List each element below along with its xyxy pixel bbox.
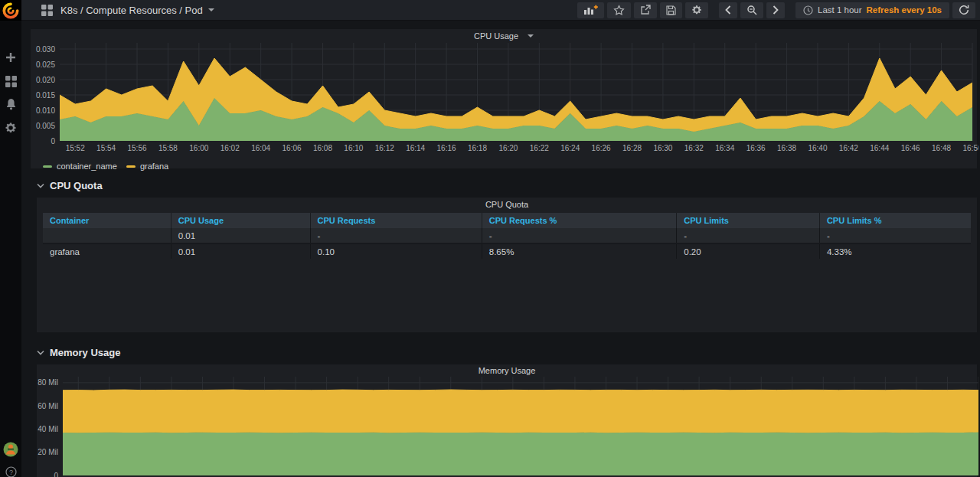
time-range-picker[interactable]: Last 1 hour Refresh every 10s	[795, 2, 949, 18]
gear-icon	[691, 5, 702, 15]
chevron-left-icon	[725, 5, 731, 15]
zoom-out-button[interactable]	[740, 2, 763, 18]
memory-usage-panel-title-text: Memory Usage	[479, 366, 536, 375]
table-cell: 4.33%	[819, 243, 971, 259]
dashboard-title[interactable]: K8s / Compute Resources / Pod	[60, 5, 203, 16]
legend-item-grafana[interactable]: grafana	[126, 162, 168, 171]
table-cell: 0.01	[171, 243, 310, 259]
grafana-logo[interactable]	[0, 0, 21, 21]
x-axis-tick-label: 16:24	[560, 144, 580, 152]
dashboards-grid-icon[interactable]	[0, 76, 21, 87]
y-axis-tick-label: 0.020	[36, 76, 55, 84]
x-axis-tick-label: 16:00	[189, 144, 208, 152]
chevron-down-icon	[37, 183, 44, 188]
x-axis-tick-label: 16:12	[375, 144, 394, 152]
x-axis-tick-label: 16:34	[715, 144, 734, 152]
x-axis-tick-label: 16:06	[283, 144, 302, 152]
memory-usage-panel: Memory Usage 020 Mil40 Mil60 Mil80 Mil	[37, 364, 977, 477]
column-header-cpu-requests[interactable]: CPU Requests	[310, 213, 482, 228]
cpu-usage-chart[interactable]: 00.0050.0100.0150.0200.0250.03015:5215:5…	[31, 43, 978, 158]
add-panel-icon	[583, 5, 598, 15]
time-forward-button[interactable]	[766, 2, 785, 18]
y-axis-tick-label: 0.015	[36, 91, 55, 100]
memory-usage-chart[interactable]: 020 Mil40 Mil60 Mil80 Mil	[37, 377, 978, 477]
y-axis-tick-label: 0	[51, 137, 55, 145]
cpu-usage-legend: container_namegrafana	[43, 161, 977, 172]
series-area-container_name	[63, 432, 978, 475]
table-cell: 0.10	[310, 243, 482, 259]
memory-usage-panel-title[interactable]: Memory Usage	[37, 364, 977, 377]
cpu-quota-table: ContainerCPU UsageCPU RequestsCPU Reques…	[43, 213, 971, 259]
help-question-icon[interactable]: ?	[0, 466, 21, 477]
y-axis-tick-label: 60 Mil	[38, 402, 58, 410]
table-cell	[43, 228, 171, 243]
section-row-cpu-quota[interactable]: CPU Quota	[37, 178, 978, 193]
share-button[interactable]	[634, 2, 657, 18]
svg-text:?: ?	[8, 469, 12, 476]
cpu-quota-panel-title-text: CPU Quota	[485, 200, 528, 209]
y-axis-tick-label: 0.005	[36, 122, 55, 130]
table-cell: 0.01	[171, 228, 310, 243]
create-plus-icon[interactable]	[0, 52, 21, 63]
x-axis-tick-label: 16:30	[653, 144, 672, 152]
dashboard-picker-grid-icon[interactable]	[41, 5, 53, 16]
save-button[interactable]	[660, 2, 682, 18]
configuration-gear-icon[interactable]	[0, 122, 21, 134]
user-avatar[interactable]	[0, 442, 21, 457]
x-axis-tick-label: 16:36	[746, 144, 766, 152]
navbar-actions: Last 1 hour Refresh every 10s	[577, 2, 975, 18]
column-header-cpu-usage[interactable]: CPU Usage	[171, 213, 310, 228]
legend-item-container_name[interactable]: container_name	[43, 162, 117, 171]
dashboard-settings-button[interactable]	[685, 2, 708, 18]
cpu-usage-panel-title-text: CPU Usage	[474, 31, 518, 41]
column-header-container[interactable]: Container	[43, 213, 171, 228]
legend-label: grafana	[140, 162, 168, 171]
cpu-quota-panel-title[interactable]: CPU Quota	[37, 198, 977, 211]
x-axis-tick-label: 16:02	[220, 144, 240, 152]
top-navbar: K8s / Compute Resources / Pod	[21, 0, 980, 21]
x-axis-tick-label: 16:40	[808, 144, 827, 152]
column-header-cpu-requests[interactable]: CPU Requests %	[482, 213, 677, 228]
clock-icon	[803, 5, 813, 15]
column-header-cpu-limits[interactable]: CPU Limits %	[819, 213, 971, 228]
cpu-quota-panel: CPU Quota ContainerCPU UsageCPU Requests…	[37, 198, 977, 332]
column-header-cpu-limits[interactable]: CPU Limits	[677, 213, 820, 228]
time-back-button[interactable]	[719, 2, 737, 18]
x-axis-tick-label: 16:50	[962, 144, 978, 152]
table-row: 0.01----	[43, 228, 971, 243]
section-row-memory-usage[interactable]: Memory Usage	[37, 345, 978, 360]
star-button[interactable]	[607, 2, 631, 18]
y-axis-tick-label: 80 Mil	[38, 378, 58, 387]
dashboard-title-caret-icon	[208, 8, 214, 11]
legend-label: container_name	[57, 162, 117, 171]
table-cell: -	[677, 228, 820, 243]
x-axis-tick-label: 16:04	[251, 144, 270, 152]
table-cell: 8.65%	[482, 243, 677, 259]
x-axis-tick-label: 16:48	[932, 144, 951, 152]
time-range-label: Last 1 hour	[818, 5, 862, 15]
alerting-bell-icon[interactable]	[0, 98, 21, 110]
add-panel-button[interactable]	[577, 2, 604, 18]
x-axis-tick-label: 15:58	[158, 144, 178, 152]
y-axis-tick-label: 40 Mil	[38, 425, 58, 433]
panel-title-caret-icon	[528, 34, 534, 38]
zoom-out-magnifier-icon	[746, 5, 757, 15]
legend-color-chip	[43, 165, 52, 168]
sidebar: ?	[0, 0, 21, 477]
x-axis-tick-label: 16:08	[313, 144, 332, 152]
y-axis-tick-label: 0.025	[36, 60, 55, 69]
x-axis-tick-label: 16:20	[498, 144, 518, 152]
y-axis-tick-label: 0	[54, 472, 58, 477]
y-axis-tick-label: 0.010	[36, 106, 55, 115]
cpu-usage-panel-title[interactable]: CPU Usage	[31, 29, 977, 43]
star-icon	[613, 5, 625, 16]
refresh-button[interactable]	[952, 2, 975, 18]
x-axis-tick-label: 16:22	[530, 144, 549, 152]
refresh-interval-label: Refresh every 10s	[867, 5, 942, 15]
x-axis-tick-label: 15:52	[66, 144, 85, 152]
x-axis-tick-label: 16:38	[777, 144, 796, 152]
table-cell: 0.20	[677, 243, 820, 259]
table-cell: -	[819, 228, 971, 243]
table-header-row: ContainerCPU UsageCPU RequestsCPU Reques…	[43, 213, 971, 228]
chevron-right-icon	[773, 5, 779, 15]
